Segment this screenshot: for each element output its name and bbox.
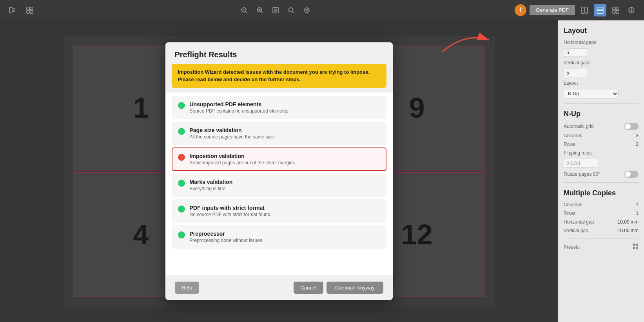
check-title-unsupported-pdf: Unsupported PDF elements — [190, 101, 288, 107]
check-desc-marks: Everything is fine — [190, 186, 233, 191]
mc-columns-value: 1 — [636, 202, 639, 207]
zoom-in-button[interactable] — [254, 4, 266, 16]
nup-columns-row: Columns 3 — [564, 133, 639, 138]
fit-page-button[interactable] — [269, 4, 282, 16]
fit-all-button[interactable] — [301, 4, 313, 16]
svg-rect-30 — [616, 7, 619, 10]
svg-rect-31 — [613, 11, 615, 13]
check-item-preprocessor: Preprocessor Preprocessing done without … — [172, 225, 386, 249]
check-status-dot-unsupported-pdf — [178, 102, 185, 109]
svg-line-10 — [245, 11, 247, 13]
check-title-page-size: Page size validation — [190, 127, 274, 133]
check-title-imposition: Imposition validation — [190, 153, 295, 159]
toolbar: ! Generate PDF — [0, 0, 644, 20]
layout-icon-4-button[interactable] — [625, 4, 638, 16]
horizontal-gap-label: Horizontal gap — [564, 219, 594, 225]
svg-rect-0 — [9, 7, 12, 13]
check-title-marks: Marks validation — [190, 179, 233, 185]
nup-rows-label: Rows — [564, 142, 575, 147]
svg-rect-37 — [633, 244, 635, 246]
toggle-knob — [625, 124, 631, 129]
check-status-dot-marks — [178, 180, 185, 187]
layout-section-title: Layout — [564, 27, 639, 35]
canvas-area: 1 2 9 4 5 — [0, 20, 558, 322]
layout-type-row: Layout — [564, 80, 639, 86]
svg-rect-5 — [30, 7, 33, 10]
svg-line-18 — [292, 11, 294, 13]
layout-type-select[interactable]: N-Up — [564, 89, 619, 98]
divider-2 — [564, 182, 639, 183]
presets-grid-button[interactable] — [632, 243, 639, 251]
rotate-pages-toggle[interactable] — [624, 171, 639, 178]
help-button[interactable]: Help — [175, 282, 200, 294]
continue-anyway-button[interactable]: Continue Anyway — [327, 282, 383, 294]
rotate-toggle-knob — [625, 171, 631, 177]
svg-rect-28 — [597, 11, 603, 13]
check-item-page-size: Page size validation All the source page… — [172, 122, 386, 145]
automatic-grid-label: Automatic grid — [564, 124, 594, 129]
check-status-dot-imposition — [178, 154, 185, 161]
sidebar-toggle-button[interactable] — [6, 4, 19, 16]
mc-rows-value: 1 — [636, 211, 639, 216]
generate-pdf-button[interactable]: Generate PDF — [530, 5, 575, 15]
svg-rect-32 — [616, 11, 619, 13]
cancel-button[interactable]: Cancel — [294, 282, 323, 294]
presets-label: Presets — [564, 244, 580, 250]
check-item-marks: Marks validation Everything is fine — [172, 173, 386, 197]
mc-rows-label: Rows — [564, 211, 575, 216]
modal-header: Preflight Results — [165, 42, 393, 64]
automatic-grid-toggle[interactable] — [624, 123, 639, 130]
svg-rect-40 — [636, 247, 638, 249]
layout-icon-2-button[interactable] — [594, 4, 606, 16]
svg-rect-38 — [636, 244, 638, 246]
svg-rect-25 — [581, 7, 584, 13]
zoom-percent-button[interactable] — [285, 4, 298, 16]
check-status-dot-preprocessor — [178, 231, 185, 238]
svg-rect-6 — [27, 11, 29, 13]
nup-rows-row: Rows 2 — [564, 142, 639, 147]
vertical-gaps-label: Vertical gaps — [564, 60, 591, 65]
nup-rows-value: 2 — [636, 142, 639, 147]
modal-overlay: Preflight Results Imposition Wizard dete… — [0, 20, 558, 322]
vertical-gaps-row: Vertical gaps — [564, 60, 639, 65]
automatic-grid-row: Automatic grid — [564, 123, 639, 130]
multiple-copies-title: Multiple Copies — [564, 189, 639, 197]
horizontal-gaps-input[interactable] — [564, 48, 587, 57]
right-panel: Layout Horizontal gaps Vertical gaps Lay… — [558, 20, 644, 322]
svg-point-17 — [288, 7, 293, 12]
check-status-dot-pdf-strict — [178, 206, 185, 213]
presets-row: Presets — [564, 243, 639, 251]
vertical-gap-value: 10.00 mm — [618, 228, 639, 233]
check-item-pdf-strict: PDF inputs with strict format No source … — [172, 199, 386, 223]
divider-1 — [564, 103, 639, 104]
mc-rows-row: Rows 1 — [564, 211, 639, 216]
svg-rect-16 — [274, 9, 277, 12]
vertical-gaps-input[interactable] — [564, 69, 587, 77]
svg-line-14 — [261, 11, 263, 13]
thumbnails-button[interactable] — [24, 4, 36, 16]
svg-rect-27 — [597, 7, 603, 10]
horizontal-gaps-row: Horizontal gaps — [564, 40, 639, 45]
toolbar-right-controls: ! Generate PDF — [515, 4, 638, 16]
toolbar-left-icons — [6, 4, 36, 16]
horizontal-gaps-label: Horizontal gaps — [564, 40, 596, 45]
check-desc-imposition: Some imposed pages are out of the sheet … — [190, 160, 295, 166]
svg-rect-7 — [30, 11, 33, 13]
zoom-out-button[interactable] — [238, 4, 250, 16]
horizontal-gap-row: Horizontal gap 10.00 mm — [564, 219, 639, 225]
flipping-rules-label: Flipping rules — [564, 150, 591, 156]
modal-footer: Help Cancel Continue Anyway — [165, 275, 393, 300]
svg-rect-4 — [27, 7, 29, 10]
layout-icon-3-button[interactable] — [610, 4, 622, 16]
flipping-rules-input[interactable] — [564, 159, 599, 167]
svg-rect-39 — [633, 247, 635, 249]
check-title-pdf-strict: PDF inputs with strict format — [190, 205, 270, 211]
modal-warning-banner: Imposition Wizard detected issues with t… — [172, 64, 386, 87]
rotate-pages-row: Rotate pages 90° — [564, 171, 639, 178]
check-status-dot-page-size — [178, 128, 185, 135]
warning-indicator: ! — [515, 4, 526, 16]
svg-point-20 — [306, 9, 308, 11]
main-area: 1 2 9 4 5 — [0, 20, 644, 322]
layout-icon-1-button[interactable] — [578, 4, 591, 16]
modal-title: Preflight Results — [175, 50, 383, 59]
